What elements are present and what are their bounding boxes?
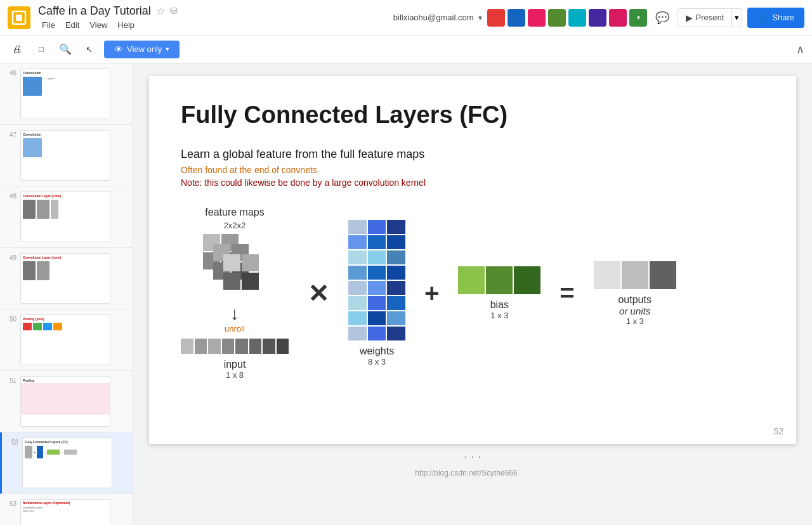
feature-maps-section: feature maps 2x2x2 bbox=[181, 207, 289, 380]
bias-label: bias bbox=[490, 299, 509, 311]
avatar-6 bbox=[589, 9, 606, 27]
slide-item-48[interactable]: 48 Convolution Layer (conv) bbox=[0, 186, 133, 248]
doc-title: Caffe in a Day Tutorial bbox=[38, 4, 151, 18]
app-icon[interactable] bbox=[8, 6, 30, 29]
main-layout: 46 Convolution → layers 47 Convolution 4… bbox=[0, 63, 812, 525]
slide-note2: Note: this could likewise be done by a l… bbox=[181, 178, 764, 188]
slide-num-50: 50 bbox=[5, 314, 16, 323]
slide-thumb-52: Fully Connected Layers (FC) ✕ + = bbox=[22, 438, 112, 488]
arrow-down: ↓ unroll bbox=[225, 304, 245, 334]
slide-num-53: 53 bbox=[5, 499, 16, 507]
avatar-7 bbox=[609, 9, 627, 27]
avatar-row: ▾ bbox=[487, 9, 647, 27]
main-content: Fully Connected Layers (FC) Learn a glob… bbox=[133, 63, 812, 525]
slide-thumb-53: Normalization Layers (Deprecated) normal… bbox=[20, 499, 110, 525]
outputs-dim: 1 x 3 bbox=[626, 316, 644, 326]
avatar-5 bbox=[568, 9, 586, 27]
avatar-more: ▾ bbox=[629, 9, 647, 27]
present-dropdown-button[interactable]: ▾ bbox=[732, 8, 742, 27]
outputs-sublabel: or units bbox=[619, 306, 650, 316]
dropdown-icon[interactable]: ▾ bbox=[478, 13, 482, 22]
weights-grid bbox=[348, 220, 405, 340]
diagram: feature maps 2x2x2 bbox=[181, 207, 764, 380]
view-only-dropdown-icon: ▾ bbox=[166, 45, 169, 53]
folder-icon[interactable]: ⛁ bbox=[170, 6, 178, 16]
outputs-section: outputs or units 1 x 3 bbox=[594, 261, 676, 326]
present-button[interactable]: ▶ Present bbox=[678, 8, 732, 27]
menu-view[interactable]: View bbox=[86, 19, 111, 31]
cursor-button[interactable]: ↖ bbox=[80, 40, 99, 59]
slide-num-49: 49 bbox=[5, 253, 16, 261]
feature-maps-label: feature maps bbox=[205, 207, 264, 218]
plus-symbol: + bbox=[424, 279, 439, 308]
bottom-dots: · · · bbox=[459, 444, 487, 469]
slide-num-47: 47 bbox=[5, 130, 16, 138]
slide-thumb-51: Pooling bbox=[20, 376, 110, 427]
slide-note1: Often found at the end of convnets bbox=[181, 165, 764, 175]
unroll-label: unroll bbox=[225, 324, 245, 334]
slide-number-bottom: 52 bbox=[773, 426, 783, 436]
slide-item-52[interactable]: 52 Fully Connected Layers (FC) ✕ + = bbox=[0, 432, 133, 494]
multiply-symbol: ✕ bbox=[308, 279, 329, 308]
menu-file[interactable]: File bbox=[38, 19, 59, 31]
slide-item-53[interactable]: 53 Normalization Layers (Deprecated) nor… bbox=[0, 494, 133, 525]
slide-item-50[interactable]: 50 Pooling (pool) bbox=[0, 309, 133, 371]
comment-button[interactable]: 💬 bbox=[652, 8, 672, 28]
slide-item-49[interactable]: 49 Convolution Layer (conv) bbox=[0, 248, 133, 309]
zoom-button[interactable]: 🔍 bbox=[56, 40, 75, 59]
slide-num-51: 51 bbox=[5, 376, 16, 384]
slide-thumb-47: Convolution bbox=[20, 130, 110, 181]
user-email: billxiaohu@gmail.com bbox=[393, 13, 474, 22]
slide-canvas: Fully Connected Layers (FC) Learn a glob… bbox=[149, 76, 796, 444]
slide-panel: 46 Convolution → layers 47 Convolution 4… bbox=[0, 63, 133, 525]
input-grid bbox=[181, 339, 289, 354]
avatar-1 bbox=[487, 9, 505, 27]
share-button[interactable]: 👤 Share bbox=[747, 8, 804, 28]
cube-3d bbox=[203, 234, 266, 297]
view-only-label: View only bbox=[127, 44, 162, 54]
slide-item-51[interactable]: 51 Pooling bbox=[0, 371, 133, 432]
weights-dim: 8 x 3 bbox=[368, 357, 386, 366]
equals-symbol: = bbox=[560, 279, 574, 308]
save-button[interactable]: □ bbox=[32, 40, 51, 59]
avatar-3 bbox=[528, 9, 546, 27]
outputs-label: outputs bbox=[618, 294, 651, 306]
svg-rect-1 bbox=[16, 15, 22, 21]
feature-maps-dim: 2x2x2 bbox=[224, 221, 246, 230]
share-label: Share bbox=[772, 13, 794, 22]
right-section: billxiaohu@gmail.com ▾ ▾ 💬 ▶ Present ▾ 👤… bbox=[393, 8, 804, 28]
weights-label: weights bbox=[360, 346, 394, 357]
menu-edit[interactable]: Edit bbox=[62, 19, 83, 31]
slide-subtitle: Learn a global feature from the full fea… bbox=[181, 148, 764, 161]
top-bar: Caffe in a Day Tutorial ☆ ⛁ File Edit Vi… bbox=[0, 0, 812, 36]
slide-num-46: 46 bbox=[5, 68, 16, 77]
present-label: Present bbox=[695, 13, 724, 22]
toolbar: 🖨 □ 🔍 ↖ 👁 View only ▾ ∧ bbox=[0, 36, 812, 63]
slide-item-47[interactable]: 47 Convolution bbox=[0, 125, 133, 186]
star-icon[interactable]: ☆ bbox=[156, 5, 165, 17]
print-button[interactable]: 🖨 bbox=[8, 40, 27, 59]
weights-section: weights 8 x 3 bbox=[348, 220, 405, 366]
menu-bar: File Edit View Help bbox=[38, 19, 393, 31]
slide-thumb-48: Convolution Layer (conv) bbox=[20, 191, 110, 242]
avatar-4 bbox=[548, 9, 566, 27]
slide-thumb-46: Convolution → layers bbox=[20, 68, 110, 119]
title-section: Caffe in a Day Tutorial ☆ ⛁ File Edit Vi… bbox=[38, 4, 393, 31]
view-only-button[interactable]: 👁 View only ▾ bbox=[104, 41, 180, 58]
present-group: ▶ Present ▾ bbox=[678, 8, 742, 27]
slide-title: Fully Connected Layers (FC) bbox=[181, 101, 764, 129]
collapse-panel-button[interactable]: ∧ bbox=[796, 42, 804, 56]
watermark: http://blog.csdn.net/Scythe666 bbox=[415, 469, 530, 477]
input-dim: 1 x 8 bbox=[226, 370, 244, 380]
avatar-2 bbox=[508, 9, 525, 27]
input-label: input bbox=[224, 359, 246, 370]
slide-num-52: 52 bbox=[7, 438, 18, 446]
bias-section: bias 1 x 3 bbox=[458, 266, 540, 320]
bias-dim: 1 x 3 bbox=[490, 311, 508, 320]
slide-item-46[interactable]: 46 Convolution → layers bbox=[0, 63, 133, 125]
bias-row bbox=[458, 266, 540, 294]
menu-help[interactable]: Help bbox=[114, 19, 138, 31]
slide-num-48: 48 bbox=[5, 191, 16, 200]
slide-thumb-49: Convolution Layer (conv) bbox=[20, 253, 110, 304]
outputs-row bbox=[594, 261, 676, 289]
